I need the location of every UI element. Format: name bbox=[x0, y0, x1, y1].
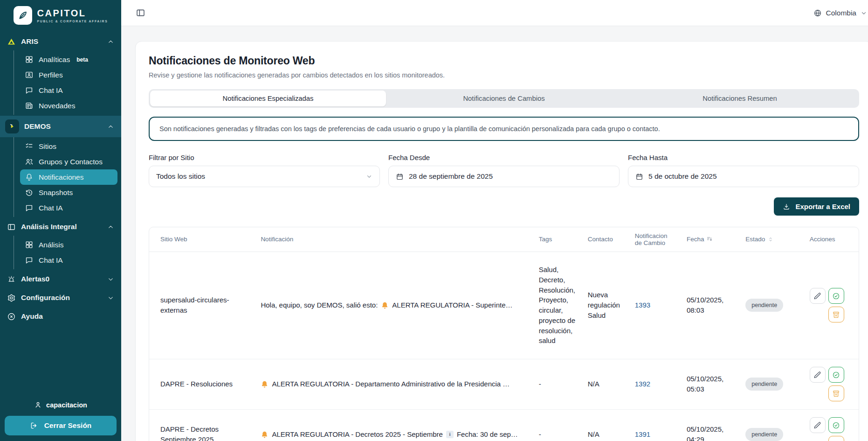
pencil-icon bbox=[813, 371, 821, 379]
info-icon: i bbox=[446, 431, 454, 438]
sidebar-item-grupos-y-contactos[interactable]: Grupos y Contactos bbox=[20, 154, 117, 169]
status-badge: pendiente bbox=[745, 428, 783, 441]
sort-icon bbox=[767, 236, 774, 243]
date-cell: 05/10/2025, 05:03 bbox=[681, 359, 740, 409]
person-icon bbox=[34, 401, 42, 409]
date-from-input[interactable]: 28 de septiembre de 2025 bbox=[388, 166, 620, 187]
check-circle-icon bbox=[832, 421, 840, 429]
page-subtitle: Revise y gestione las notificaciones gen… bbox=[149, 71, 859, 79]
col-notificacion: Notificación bbox=[255, 227, 533, 252]
logout-button[interactable]: Cerrar Sesión bbox=[5, 416, 117, 435]
sidebar-item-label: ARIS bbox=[21, 37, 38, 46]
site-select[interactable]: Todos los sitios bbox=[149, 166, 380, 187]
check-circle-icon bbox=[832, 371, 840, 379]
export-excel-button[interactable]: Exportar a Excel bbox=[774, 197, 859, 216]
sidebar-item-label: Alertas0 bbox=[21, 275, 49, 283]
edit-button[interactable] bbox=[810, 288, 826, 304]
sidebar-item-ayuda[interactable]: Ayuda bbox=[0, 308, 121, 325]
date-to-input[interactable]: 5 de octubre de 2025 bbox=[628, 166, 859, 187]
alert-bell-icon bbox=[261, 431, 269, 439]
sidebar-item-sitios[interactable]: Sitios bbox=[20, 139, 117, 154]
pencil-icon bbox=[813, 421, 821, 429]
archive-x-icon bbox=[832, 390, 840, 398]
archive-x-icon bbox=[832, 311, 840, 319]
sidebar-item-analisis[interactable]: Análisis bbox=[20, 237, 117, 252]
demos-logo-icon bbox=[5, 119, 19, 133]
approve-button[interactable] bbox=[828, 417, 844, 433]
logout-label: Cerrar Sesión bbox=[44, 421, 92, 430]
tabs-bar: Notificaciones Especializadas Notificaci… bbox=[149, 89, 859, 108]
globe-icon bbox=[813, 9, 822, 17]
sidebar-item-chat-ia-analisis[interactable]: Chat IA bbox=[20, 252, 117, 268]
panel-layout-icon bbox=[7, 223, 16, 231]
sidebar-item-alertas0[interactable]: Alertas0 bbox=[0, 270, 121, 288]
sidebar-item-novedades[interactable]: Novedades bbox=[20, 98, 117, 113]
site-name: supersalud-circulares-externas bbox=[149, 252, 255, 359]
change-notification-link[interactable]: 1391 bbox=[635, 430, 650, 438]
chevron-down-icon bbox=[107, 294, 114, 301]
tab-notificaciones-resumen[interactable]: Notificaciones Resumen bbox=[622, 91, 858, 106]
sidebar-toggle-button[interactable] bbox=[134, 6, 147, 20]
sidebar-item-label: Análisis bbox=[39, 241, 63, 249]
sidebar-item-notificaciones[interactable]: Notificaciones bbox=[20, 169, 117, 185]
sort-descending-icon bbox=[706, 236, 713, 243]
chat-bubble-icon bbox=[25, 203, 34, 212]
col-notificacion-de-cambio: Notificacion de Cambio bbox=[629, 227, 681, 252]
sidebar-item-snapshots[interactable]: Snapshots bbox=[20, 185, 117, 200]
sidebar-section-analisis-integral[interactable]: Análisis Integral bbox=[0, 218, 121, 236]
site-name: DAPRE - Decretos Septiembre 2025 bbox=[149, 409, 255, 441]
sidebar-item-label: Chat IA bbox=[39, 204, 63, 212]
change-notification-link[interactable]: 1392 bbox=[635, 380, 650, 388]
pencil-icon bbox=[813, 292, 821, 300]
filter-date-from-label: Fecha Desde bbox=[388, 154, 620, 161]
sidebar-item-chat-ia-aris[interactable]: Chat IA bbox=[20, 83, 117, 98]
filter-site-label: Filtrar por Sitio bbox=[149, 154, 380, 161]
sidebar-item-configuracion[interactable]: Configuración bbox=[0, 289, 121, 307]
sidebar-section-aris[interactable]: ARIS bbox=[0, 33, 121, 50]
tab-notificaciones-especializadas[interactable]: Notificaciones Especializadas bbox=[150, 91, 386, 106]
date-to-value: 5 de octubre de 2025 bbox=[648, 172, 717, 181]
approve-button[interactable] bbox=[828, 288, 844, 304]
content-area: Notificaciones de Monitoreo Web Revise y… bbox=[121, 26, 868, 441]
sidebar-item-perfiles[interactable]: Perfiles bbox=[20, 67, 117, 83]
current-user-name: capacitacion bbox=[46, 401, 87, 409]
sidebar-item-analiticas[interactable]: Analíticas beta bbox=[20, 52, 117, 67]
archive-button[interactable] bbox=[828, 307, 844, 322]
brand-tagline: PUBLIC & CORPORATE AFFAIRS bbox=[37, 20, 108, 23]
edit-button[interactable] bbox=[810, 417, 826, 433]
date-cell: 05/10/2025, 04:29 bbox=[681, 409, 740, 441]
sidebar-section-demos[interactable]: DEMOS bbox=[0, 116, 121, 137]
notification-text: ALERTA REGULATORIA - Decretos 2025 - Sep… bbox=[272, 429, 443, 440]
alert-bell-icon bbox=[261, 380, 269, 388]
col-estado-sort[interactable]: Estado bbox=[740, 227, 804, 252]
table-row: DAPRE - Resoluciones ALERTA REGULATORIA … bbox=[149, 359, 859, 409]
sidebar-item-label: Analíticas bbox=[39, 56, 70, 64]
country-selector[interactable]: Colombia bbox=[813, 9, 867, 17]
panel-toggle-icon bbox=[136, 8, 145, 18]
chevron-up-icon bbox=[107, 224, 114, 231]
approve-button[interactable] bbox=[828, 367, 844, 383]
chat-bubble-icon bbox=[25, 86, 34, 95]
sidebar: CAPITOL PUBLIC & CORPORATE AFFAIRS ARIS … bbox=[0, 0, 121, 441]
archive-button[interactable] bbox=[828, 436, 844, 441]
sidebar-item-label: Ayuda bbox=[21, 312, 43, 321]
date-cell: 05/10/2025, 08:03 bbox=[681, 252, 740, 359]
archive-button[interactable] bbox=[828, 385, 844, 401]
change-notification-link[interactable]: 1393 bbox=[635, 301, 650, 309]
table-header-row: Sitio Web Notificación Tags Contacto Not… bbox=[149, 227, 859, 252]
tab-notificaciones-de-cambios[interactable]: Notificaciones de Cambios bbox=[386, 91, 622, 106]
contact-cell: Nueva regulación Salud bbox=[582, 252, 629, 359]
tags-cell: - bbox=[533, 359, 582, 409]
alert-bell-icon bbox=[381, 301, 389, 309]
topbar: Colombia bbox=[121, 0, 868, 26]
edit-button[interactable] bbox=[810, 367, 826, 383]
tags-cell: - bbox=[533, 409, 582, 441]
chevron-down-icon bbox=[861, 10, 867, 16]
help-lifebuoy-icon bbox=[7, 312, 16, 321]
info-banner: Son notificaciones generadas y filtradas… bbox=[149, 117, 859, 141]
calendar-icon bbox=[635, 173, 643, 181]
col-fecha-sort[interactable]: Fecha bbox=[681, 227, 740, 252]
sidebar-item-chat-ia-demos[interactable]: Chat IA bbox=[20, 200, 117, 216]
col-sitio-web: Sitio Web bbox=[149, 227, 255, 252]
col-acciones: Acciones bbox=[804, 227, 859, 252]
